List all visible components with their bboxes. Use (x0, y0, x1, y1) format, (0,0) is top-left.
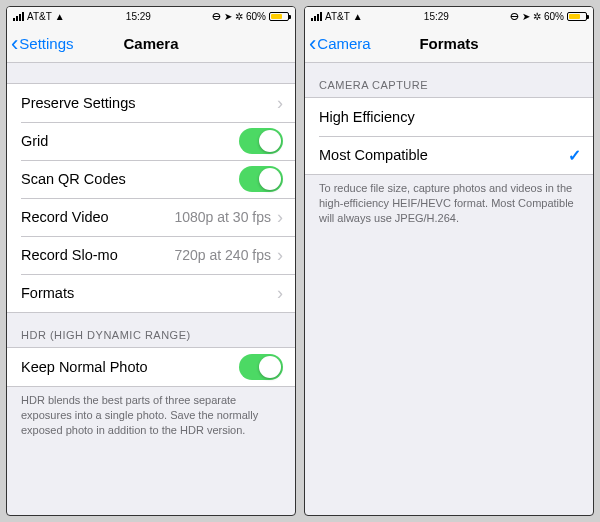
row-detail: 1080p at 30 fps (174, 209, 271, 225)
settings-group-hdr: Keep Normal Photo (7, 347, 295, 387)
back-label: Camera (317, 35, 370, 52)
carrier-label: AT&T (325, 11, 350, 22)
grid-toggle[interactable] (239, 128, 283, 154)
screen-formats: AT&T ▲ 15:29 ⴱ ➤ ✲ 60% ‹ Camera Formats … (304, 6, 594, 516)
row-label: Scan QR Codes (21, 171, 126, 187)
clock-label: 15:29 (424, 11, 449, 22)
row-keep-normal-photo: Keep Normal Photo (7, 348, 295, 386)
row-label: Preserve Settings (21, 95, 135, 111)
back-button[interactable]: ‹ Camera (309, 33, 371, 55)
row-high-efficiency[interactable]: High Efficiency (305, 98, 593, 136)
back-button[interactable]: ‹ Settings (11, 33, 74, 55)
clock-label: 15:29 (126, 11, 151, 22)
page-title: Camera (123, 35, 178, 52)
back-label: Settings (19, 35, 73, 52)
row-label: Formats (21, 285, 74, 301)
row-formats[interactable]: Formats › (7, 274, 295, 312)
scan-qr-toggle[interactable] (239, 166, 283, 192)
screen-camera-settings: AT&T ▲ 15:29 ⴱ ➤ ✲ 60% ‹ Settings Camera… (6, 6, 296, 516)
location-icon: ➤ (522, 11, 530, 22)
chevron-right-icon: › (277, 283, 283, 304)
nav-bar: ‹ Settings Camera (7, 25, 295, 63)
row-detail: 720p at 240 fps (174, 247, 271, 263)
keep-normal-photo-toggle[interactable] (239, 354, 283, 380)
row-label: Record Slo-mo (21, 247, 118, 263)
chevron-right-icon: › (277, 93, 283, 114)
row-most-compatible[interactable]: Most Compatible ✓ (305, 136, 593, 174)
settings-group-main: Preserve Settings › Grid Scan QR Codes R… (7, 83, 295, 313)
section-header-hdr: HDR (HIGH DYNAMIC RANGE) (7, 313, 295, 347)
status-bar: AT&T ▲ 15:29 ⴱ ➤ ✲ 60% (305, 7, 593, 25)
row-record-slomo[interactable]: Record Slo-mo 720p at 240 fps › (7, 236, 295, 274)
row-label: Keep Normal Photo (21, 359, 148, 375)
alarm-icon: ⴱ (212, 11, 221, 22)
carrier-label: AT&T (27, 11, 52, 22)
battery-percent-label: 60% (544, 11, 564, 22)
section-header-camera-capture: CAMERA CAPTURE (305, 63, 593, 97)
wifi-icon: ▲ (55, 11, 65, 22)
wifi-icon: ▲ (353, 11, 363, 22)
chevron-right-icon: › (277, 245, 283, 266)
row-record-video[interactable]: Record Video 1080p at 30 fps › (7, 198, 295, 236)
row-preserve-settings[interactable]: Preserve Settings › (7, 84, 295, 122)
section-footer-capture: To reduce file size, capture photos and … (305, 175, 593, 236)
battery-icon (269, 12, 289, 21)
row-grid: Grid (7, 122, 295, 160)
alarm-icon: ⴱ (510, 11, 519, 22)
row-label: Record Video (21, 209, 109, 225)
row-label: Most Compatible (319, 147, 428, 163)
battery-icon (567, 12, 587, 21)
row-scan-qr-codes: Scan QR Codes (7, 160, 295, 198)
location-icon: ➤ (224, 11, 232, 22)
content-area: CAMERA CAPTURE High Efficiency Most Comp… (305, 63, 593, 515)
chevron-left-icon: ‹ (11, 33, 18, 55)
bluetooth-icon: ✲ (235, 11, 243, 22)
battery-percent-label: 60% (246, 11, 266, 22)
bluetooth-icon: ✲ (533, 11, 541, 22)
settings-group-capture: High Efficiency Most Compatible ✓ (305, 97, 593, 175)
row-label: Grid (21, 133, 48, 149)
chevron-right-icon: › (277, 207, 283, 228)
nav-bar: ‹ Camera Formats (305, 25, 593, 63)
status-bar: AT&T ▲ 15:29 ⴱ ➤ ✲ 60% (7, 7, 295, 25)
section-footer-hdr: HDR blends the best parts of three separ… (7, 387, 295, 448)
chevron-left-icon: ‹ (309, 33, 316, 55)
row-label: High Efficiency (319, 109, 415, 125)
checkmark-icon: ✓ (568, 146, 581, 165)
signal-icon (13, 12, 24, 21)
content-area: Preserve Settings › Grid Scan QR Codes R… (7, 63, 295, 515)
page-title: Formats (419, 35, 478, 52)
signal-icon (311, 12, 322, 21)
